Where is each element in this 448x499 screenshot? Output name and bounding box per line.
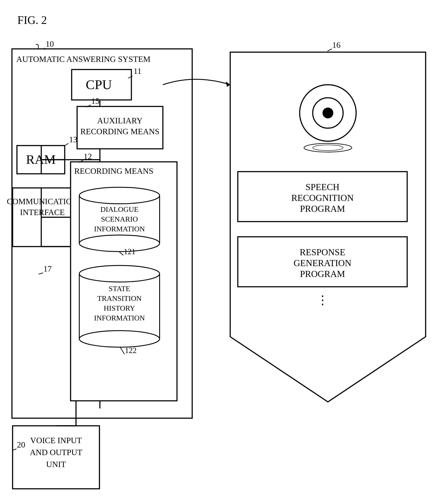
response-text-3: PROGRAM	[300, 269, 345, 279]
state-text-3: HISTORY	[104, 304, 135, 312]
ref-122: 122	[125, 346, 137, 355]
ref-14: 14	[74, 177, 82, 186]
dialogue-text-1: DIALOGUE	[100, 205, 139, 213]
arrow-to-device	[226, 82, 230, 87]
state-text-2: TRANSITION	[97, 294, 142, 302]
state-text-1: STATE	[109, 284, 130, 293]
voice-text-2: AND OUTPUT	[30, 448, 82, 457]
aux-text-2: RECORDING MEANS	[80, 127, 160, 136]
ref-20: 20	[17, 440, 25, 449]
svg-line-5	[69, 186, 73, 188]
ref-12: 12	[84, 152, 92, 161]
curve-to-device	[163, 79, 230, 85]
speech-box	[238, 172, 407, 222]
device-circle-outer	[300, 85, 356, 141]
speech-text-1: SPEECH	[305, 182, 339, 192]
svg-line-17	[13, 449, 16, 450]
recording-box	[71, 162, 177, 401]
ref-121: 121	[124, 247, 135, 256]
ram-box	[17, 146, 65, 174]
dialogue-text-3: INFORMATION	[94, 225, 145, 233]
device-ring-2	[313, 145, 343, 150]
aux-text-1: AUXILIARY	[97, 116, 143, 125]
state-text-4: INFORMATION	[94, 314, 145, 322]
ref-16: 16	[332, 40, 340, 50]
device-circle-inner	[313, 98, 343, 128]
main-system-box	[12, 49, 192, 418]
speech-text-3: PROGRAM	[300, 204, 345, 214]
response-text-1: RESPONSE	[300, 247, 345, 257]
speech-text-2: RECOGNITION	[291, 193, 354, 203]
svg-line-20	[327, 49, 332, 51]
cylinder1-top	[79, 187, 160, 204]
svg-line-2	[64, 143, 68, 146]
ref-10-arrow: ╮	[36, 40, 41, 50]
svg-line-13	[119, 251, 123, 255]
ref-11: 11	[134, 67, 142, 76]
dialogue-text-2: SCENARIO	[101, 215, 138, 223]
ref-13: 13	[69, 135, 77, 144]
ref-17: 17	[43, 264, 52, 273]
svg-line-1	[128, 76, 132, 78]
cylinder2-top	[79, 266, 160, 282]
device-circle-center	[322, 108, 333, 118]
svg-line-9	[86, 105, 91, 107]
system-label: AUTOMATIC ANSWERING SYSTEM	[16, 54, 150, 64]
svg-line-16	[120, 347, 125, 354]
recording-label: RECORDING MEANS	[74, 166, 153, 176]
cylinder1-bottom	[79, 235, 160, 251]
device-tag	[230, 52, 426, 402]
response-box	[238, 237, 407, 287]
comm-text-2: INTERFACE	[20, 208, 65, 217]
ref-10: 10	[46, 39, 54, 49]
fig-label: FIG. 2	[17, 14, 47, 26]
device-ring-1	[304, 143, 352, 152]
voice-text-3: UNIT	[46, 460, 66, 469]
cpu-box	[72, 69, 131, 100]
cpu-text: CPU	[86, 77, 112, 92]
ref-15: 15	[91, 97, 99, 106]
ram-text: RAM	[26, 152, 56, 167]
aux-box	[77, 106, 163, 149]
ellipsis: ⋮	[317, 294, 329, 307]
comm-text-1: COMMUNICATION	[7, 197, 78, 206]
response-text-2: GENERATION	[294, 258, 351, 268]
svg-line-10	[79, 160, 83, 163]
comm-box	[13, 188, 72, 247]
voice-text-1: VOICE INPUT	[30, 436, 82, 445]
cylinder2-bottom	[79, 331, 160, 347]
svg-line-7	[39, 273, 43, 274]
voice-box	[13, 426, 99, 489]
